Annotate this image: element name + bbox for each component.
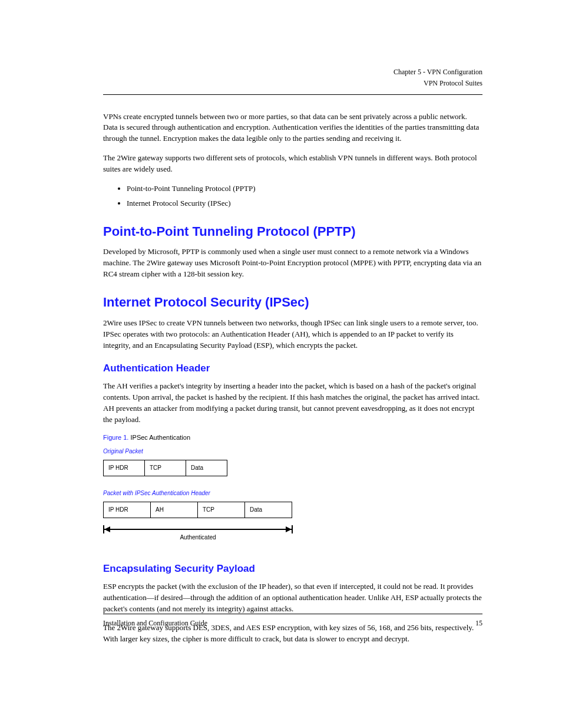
esp-heading: Encapsulating Security Payload [103,562,482,577]
figure-1-diagram: Original Packet IP HDR TCP Data Packet w… [103,447,482,544]
pptp-paragraph: Developed by Microsoft, PPTP is commonly… [103,246,482,280]
esp-paragraph-1: ESP encrypts the packet (with the exclus… [103,581,482,615]
protocol-list-item-pptp: Point-to-Point Tunneling Protocol (PPTP) [127,183,482,195]
authenticated-label: Authenticated [103,533,293,542]
body: VPNs create encrypted tunnels between tw… [103,111,482,645]
intro-paragraph-1: VPNs create encrypted tunnels between tw… [103,111,482,145]
original-packet-label: Original Packet [103,447,482,456]
protocol-list-item-ipsec: Internet Protocol Security (IPSec) [127,198,482,209]
auth-cell-iphdr: IP HDR [104,502,151,518]
original-packet-table: IP HDR TCP Data [103,460,227,477]
figure-1-number: Figure 1. [103,434,128,441]
footer-rule [103,614,482,614]
auth-cell-data: Data [245,502,292,518]
running-header: Chapter 5 - VPN Configuration VPN Protoc… [103,67,482,88]
auth-packet-label: Packet with IPSec Authentication Header [103,489,482,498]
orig-cell-iphdr: IP HDR [104,460,145,476]
ipsec-paragraph-1: 2Wire uses IPSec to create VPN tunnels b… [103,318,482,351]
figure-1-title: IPSec Authentication [130,434,190,441]
auth-cell-tcp: TCP [198,502,245,518]
arrow-line [103,529,293,530]
orig-cell-data: Data [186,460,227,476]
page: Chapter 5 - VPN Configuration VPN Protoc… [0,0,562,728]
header-section: VPN Protocol Suites [103,78,482,88]
pptp-heading: Point-to-Point Tunneling Protocol (PPTP) [103,222,482,241]
auth-cell-ah: AH [151,502,198,518]
protocol-list: Point-to-Point Tunneling Protocol (PPTP)… [103,183,482,209]
arrowhead-left-icon [104,526,110,532]
ipsec-heading: Internet Protocol Security (IPSec) [103,293,482,312]
orig-cell-tcp: TCP [145,460,186,476]
authenticated-span: Authenticated [103,524,293,544]
ah-paragraph: The AH verifies a packet's integrity by … [103,381,482,425]
header-chapter: Chapter 5 - VPN Configuration [103,67,482,77]
intro-paragraph-2: The 2Wire gateway supports two different… [103,153,482,175]
footer-page-number: 15 [475,619,482,628]
page-footer: Installation and Configuration Guide 15 [103,614,482,628]
figure-1-caption: Figure 1. IPSec Authentication [103,433,482,443]
ah-heading: Authentication Header [103,361,482,376]
arrowhead-right-icon [286,526,292,532]
auth-packet-table: IP HDR AH TCP Data [103,502,292,519]
header-rule [103,94,482,95]
footer-doc-title: Installation and Configuration Guide [103,619,207,628]
